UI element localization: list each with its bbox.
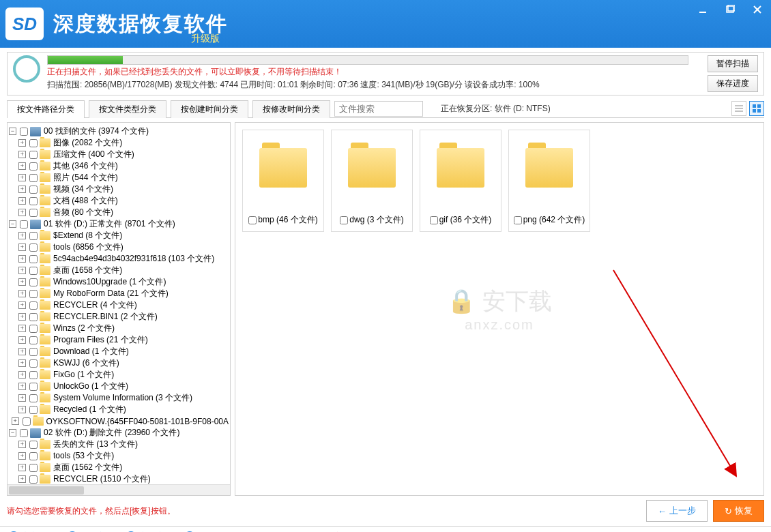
tree-item[interactable]: RECYCLER.BIN1 (2 个文件)	[53, 311, 158, 323]
expander-icon[interactable]: −	[9, 128, 16, 135]
tree-item[interactable]: 00 找到的文件 (3974 个文件)	[44, 125, 149, 137]
tree-item[interactable]: tools (6856 个文件)	[53, 241, 123, 253]
folder-thumb[interactable]: dwg (3 个文件)	[331, 130, 413, 232]
tree-item[interactable]: RECYCLER (4 个文件)	[53, 299, 137, 311]
tree-checkbox[interactable]	[29, 336, 38, 344]
tree-checkbox[interactable]	[29, 406, 38, 414]
tree-item[interactable]: KSWJJ (6 个文件)	[53, 357, 119, 369]
tree-checkbox[interactable]	[29, 255, 38, 263]
tree-item[interactable]: 01 软件 (D:) 正常文件 (8701 个文件)	[44, 218, 175, 230]
tree-item[interactable]: OYKSOFTNOW.{645FF040-5081-101B-9F08-00A	[46, 417, 229, 426]
tree-checkbox[interactable]	[29, 278, 38, 286]
expander-icon[interactable]: +	[18, 336, 26, 344]
tree-checkbox[interactable]	[29, 267, 38, 275]
folder-thumb[interactable]: bmp (46 个文件)	[242, 130, 324, 232]
tree-item[interactable]: My RoboForm Data (21 个文件)	[53, 288, 169, 299]
tree-checkbox[interactable]	[29, 464, 38, 472]
tree-item[interactable]: 图像 (2082 个文件)	[53, 137, 122, 149]
expander-icon[interactable]: +	[18, 441, 26, 448]
tree-checkbox[interactable]	[29, 394, 38, 402]
file-search-input[interactable]	[334, 101, 423, 117]
tree-item[interactable]: $Extend (8 个文件)	[53, 230, 122, 241]
tree-item[interactable]: Program Files (21 个文件)	[53, 334, 148, 346]
expander-icon[interactable]: −	[9, 429, 16, 437]
expander-icon[interactable]: −	[9, 220, 16, 228]
expander-icon[interactable]: +	[18, 394, 26, 402]
tree-checkbox[interactable]	[29, 325, 38, 333]
expander-icon[interactable]: +	[18, 383, 26, 390]
expander-icon[interactable]: +	[18, 348, 26, 355]
thumb-checkbox[interactable]	[514, 216, 522, 224]
expander-icon[interactable]: +	[18, 464, 26, 471]
tree-checkbox[interactable]	[29, 475, 38, 484]
tree-checkbox[interactable]	[29, 162, 38, 171]
tree-checkbox[interactable]	[29, 452, 38, 460]
tree-item[interactable]: 丢失的文件 (13 个文件)	[53, 439, 138, 450]
tree-checkbox[interactable]	[29, 290, 38, 298]
tree-checkbox[interactable]	[29, 209, 38, 217]
tree-checkbox[interactable]	[23, 417, 31, 426]
tree-item[interactable]: 照片 (544 个文件)	[53, 172, 118, 183]
tree-checkbox[interactable]	[20, 220, 28, 228]
tree-checkbox[interactable]	[29, 197, 38, 205]
close-button[interactable]	[744, 0, 771, 19]
tree-checkbox[interactable]	[29, 186, 38, 194]
tree-checkbox[interactable]	[29, 139, 38, 147]
tree-checkbox[interactable]	[29, 371, 38, 379]
thumb-checkbox[interactable]	[248, 216, 257, 224]
tab-by-path[interactable]: 按文件路径分类	[7, 100, 85, 118]
tree-item[interactable]: Winzs (2 个文件)	[53, 323, 115, 334]
expander-icon[interactable]: +	[18, 301, 26, 309]
expander-icon[interactable]: +	[18, 151, 26, 158]
tree-item[interactable]: Download (1 个文件)	[53, 346, 129, 357]
expander-icon[interactable]: +	[18, 359, 26, 367]
prev-button[interactable]: ←上一步	[646, 500, 708, 522]
tree-checkbox[interactable]	[29, 359, 38, 368]
tree-item[interactable]: System Volume Information (3 个文件)	[53, 392, 192, 404]
tab-by-created[interactable]: 按创建时间分类	[171, 100, 248, 118]
tree-checkbox[interactable]	[29, 383, 38, 391]
tree-item[interactable]: 压缩文件 (400 个文件)	[53, 149, 134, 160]
expander-icon[interactable]: +	[18, 174, 26, 181]
recover-button[interactable]: ↻恢复	[713, 500, 764, 522]
tree-item[interactable]: 视频 (34 个文件)	[53, 183, 113, 195]
expander-icon[interactable]: +	[18, 162, 26, 170]
tab-by-type[interactable]: 按文件类型分类	[89, 100, 166, 118]
maximize-button[interactable]	[716, 0, 744, 19]
expander-icon[interactable]: +	[18, 139, 26, 147]
folder-thumb[interactable]: gif (36 个文件)	[420, 130, 501, 232]
folder-thumb[interactable]: png (642 个文件)	[508, 130, 590, 232]
tree-item[interactable]: FixGo (1 个文件)	[53, 369, 114, 381]
expander-icon[interactable]: +	[18, 232, 26, 239]
expander-icon[interactable]: +	[18, 267, 26, 274]
tree-checkbox[interactable]	[29, 232, 38, 240]
tree-item[interactable]: 文档 (488 个文件)	[53, 195, 118, 207]
file-tree[interactable]: −00 找到的文件 (3974 个文件) +图像 (2082 个文件) +压缩文…	[7, 122, 231, 496]
tree-item[interactable]: 桌面 (1658 个文件)	[53, 265, 122, 276]
tree-checkbox[interactable]	[29, 243, 38, 252]
tab-by-modified[interactable]: 按修改时间分类	[252, 100, 330, 118]
view-grid-button[interactable]	[749, 101, 764, 116]
thumb-checkbox[interactable]	[430, 216, 438, 224]
expander-icon[interactable]: +	[18, 290, 26, 297]
expander-icon[interactable]: +	[18, 209, 26, 216]
thumb-checkbox[interactable]	[340, 216, 348, 224]
tree-item[interactable]: 02 软件 (D:) 删除文件 (23960 个文件)	[44, 427, 179, 439]
expander-icon[interactable]: +	[18, 452, 26, 460]
tree-item[interactable]: Recycled (1 个文件)	[53, 404, 126, 415]
expander-icon[interactable]: +	[18, 313, 26, 321]
expander-icon[interactable]: +	[12, 417, 19, 425]
tree-item[interactable]: UnlockGo (1 个文件)	[53, 381, 128, 392]
save-progress-button[interactable]: 保存进度	[708, 75, 758, 92]
pause-scan-button[interactable]: 暂停扫描	[708, 55, 758, 72]
tree-item[interactable]: 桌面 (1562 个文件)	[53, 462, 122, 473]
tree-checkbox[interactable]	[29, 174, 38, 182]
expander-icon[interactable]: +	[18, 197, 26, 205]
tree-checkbox[interactable]	[29, 348, 38, 356]
tree-item[interactable]: RECYCLER (1510 个文件)	[53, 473, 151, 485]
tree-item[interactable]: 音频 (80 个文件)	[53, 207, 113, 218]
expander-icon[interactable]: +	[18, 243, 26, 251]
tree-checkbox[interactable]	[29, 441, 38, 449]
tree-checkbox[interactable]	[29, 301, 38, 310]
view-list-button[interactable]	[731, 101, 746, 116]
